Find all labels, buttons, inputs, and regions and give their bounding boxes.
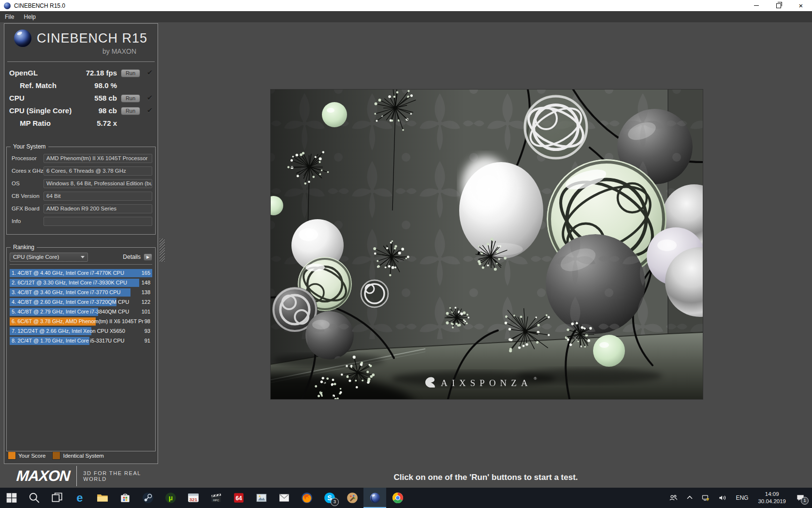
taskbar-steam-icon[interactable] (136, 488, 159, 508)
taskbar-utorrent-icon[interactable]: µ (159, 488, 182, 508)
ranking-row[interactable]: 2. 6C/12T @ 3.30 GHz, Intel Core i7-3930… (10, 279, 152, 287)
svg-text:64: 64 (235, 495, 242, 502)
taskbar-skype-icon[interactable]: S3 (318, 488, 341, 508)
restore-button[interactable] (768, 0, 790, 11)
result-row: CPU558 cbRun✔ (9, 91, 155, 104)
legend-item: Your Score (8, 451, 45, 460)
result-row: OpenGL72.18 fpsRun✔ (9, 66, 155, 79)
aixsponza-watermark: AIXSPONZA ® (425, 376, 537, 388)
volume-icon[interactable] (715, 488, 730, 508)
system-field-row: GFX BoardAMD Radeon R9 200 Series (10, 202, 152, 215)
ranking-row[interactable]: 3. 4C/8T @ 3.40 GHz, Intel Core i7-3770 … (10, 288, 152, 297)
run-button[interactable]: Run (121, 69, 140, 77)
maxon-logo: MAXON (16, 467, 71, 485)
logo-subtitle: by MAXON (4, 47, 158, 55)
svg-text:µ: µ (168, 493, 173, 502)
language-indicator[interactable]: ENG (732, 494, 752, 501)
system-field-value (44, 217, 152, 226)
taskbar-chrome-icon[interactable] (386, 488, 409, 508)
ranking-score: 165 (142, 269, 150, 277)
test-enabled-checkmark-icon[interactable]: ✔ (145, 68, 155, 77)
test-enabled-checkmark-icon[interactable]: ✔ (145, 106, 155, 115)
ranking-row[interactable]: 1. 4C/8T @ 4.40 GHz, Intel Core i7-4770K… (10, 269, 152, 277)
legend-item: Identical System (52, 451, 103, 460)
status-message: Click on one of the 'Run' buttons to sta… (160, 473, 812, 482)
run-slot: Run (117, 106, 145, 115)
ranking-row[interactable]: 8. 2C/4T @ 1.70 GHz, Intel Core i5-3317U… (10, 337, 152, 345)
app-icon (4, 2, 11, 9)
legend-swatch (8, 451, 16, 460)
result-value: 72.18 fps (72, 69, 117, 77)
menu-help[interactable]: Help (24, 14, 36, 20)
system-field-row: Info (10, 215, 152, 227)
skype-badge: 3 (331, 498, 339, 506)
chevron-up-icon[interactable] (682, 488, 697, 508)
ranking-row[interactable]: 4. 4C/8T @ 2.60 GHz, Intel Core i7-3720Q… (10, 298, 152, 306)
taskbar-mail-icon[interactable] (273, 488, 295, 508)
system-field-row: ProcessorAMD Phenom(tm) II X6 1045T Proc… (10, 152, 152, 164)
logo-title: CINEBENCH R15 (37, 31, 147, 46)
network-icon[interactable] (699, 488, 713, 508)
ranking-score: 138 (142, 288, 150, 297)
taskbar-search-icon[interactable] (23, 488, 45, 508)
taskbar-firefox-icon[interactable] (295, 488, 318, 508)
taskbar-paint-app-icon[interactable] (341, 488, 363, 508)
ranking-controls: CPU (Single Core) Details ▶ (10, 252, 152, 262)
result-row: Ref. Match98.0 % (9, 79, 155, 91)
result-value: 5.72 x (72, 119, 117, 127)
svg-text:e: e (76, 492, 83, 504)
action-center-icon[interactable]: 1 (792, 488, 809, 508)
taskbar-store-icon[interactable] (114, 488, 136, 508)
svg-text:AIXSPONZA: AIXSPONZA (441, 378, 532, 388)
taskbar-media-321-icon[interactable]: 321 (182, 488, 204, 508)
taskbar-clock[interactable]: 14:09 30.04.2019 (754, 491, 790, 505)
svg-text:321: 321 (189, 497, 197, 502)
ranking-row[interactable]: 7. 12C/24T @ 2.66 GHz, Intel Xeon CPU X5… (10, 327, 152, 335)
taskbar-cinebench-icon[interactable] (363, 488, 386, 508)
minimize-button[interactable] (745, 0, 768, 11)
legend-label: Your Score (18, 453, 45, 459)
taskbar-start-icon[interactable] (0, 488, 23, 508)
system-field-row: OSWindows 8, 64 Bit, Professional Editio… (10, 177, 152, 190)
footer-branding: MAXON 3D FOR THE REAL WORLD (4, 465, 163, 487)
system-field-row: Cores x GHz6 Cores, 6 Threads @ 3.78 GHz (10, 164, 152, 177)
results-table: OpenGL72.18 fpsRun✔Ref. Match98.0 %CPU55… (4, 65, 158, 129)
ranking-label: 7. 12C/24T @ 2.66 GHz, Intel Xeon CPU X5… (10, 328, 125, 334)
people-icon[interactable] (666, 488, 681, 508)
menu-file[interactable]: File (5, 14, 14, 20)
svg-text:HPC: HPC (213, 499, 219, 502)
run-button[interactable]: Run (121, 107, 140, 115)
result-label: OpenGL (9, 69, 72, 77)
system-field-value: 6 Cores, 6 Threads @ 3.78 GHz (44, 166, 152, 176)
ranking-category-dropdown[interactable]: CPU (Single Core) (10, 253, 88, 262)
result-value: 98 cb (72, 106, 117, 115)
system-field-value: Windows 8, 64 Bit, Professional Edition … (44, 179, 152, 188)
taskbar-task-view-icon[interactable] (45, 488, 68, 508)
system-field-label: GFX Board (10, 206, 44, 211)
ranking-score: 101 (142, 308, 150, 316)
clock-date: 30.04.2019 (758, 498, 786, 505)
taskbar-mpc-hc-icon[interactable]: HPC (204, 488, 227, 508)
your-system-title: Your System (11, 143, 48, 150)
taskbar-aida64-icon[interactable]: 64 (227, 488, 250, 508)
test-enabled-checkmark-icon[interactable]: ✔ (145, 93, 155, 102)
ranking-score: 148 (142, 279, 150, 287)
taskbar-file-explorer-icon[interactable] (91, 488, 114, 508)
ranking-category-value: CPU (Single Core) (13, 254, 59, 260)
details-label: Details (123, 254, 141, 260)
render-preview-image: AIXSPONZA ® (271, 90, 703, 399)
details-button[interactable]: ▶ (144, 254, 152, 261)
taskbar-photo-viewer-icon[interactable] (250, 488, 273, 508)
legend-swatch (52, 451, 60, 460)
ranking-row[interactable]: 6. 6C/6T @ 3.78 GHz, AMD Phenom(tm) II X… (10, 317, 152, 326)
ranking-row[interactable]: 5. 4C/8T @ 2.79 GHz, Intel Core i7-3840Q… (10, 308, 152, 316)
run-button[interactable]: Run (121, 94, 140, 103)
system-field-label: OS (10, 180, 44, 186)
ranking-label: 1. 4C/8T @ 4.40 GHz, Intel Core i7-4770K… (10, 270, 124, 276)
result-value: 558 cb (72, 94, 117, 102)
close-button[interactable]: × (790, 0, 812, 11)
taskbar-edge-icon[interactable]: e (68, 488, 91, 508)
system-field-value: 64 Bit (44, 192, 152, 201)
panel-resize-grip[interactable] (160, 239, 165, 262)
minimize-icon (754, 5, 759, 6)
